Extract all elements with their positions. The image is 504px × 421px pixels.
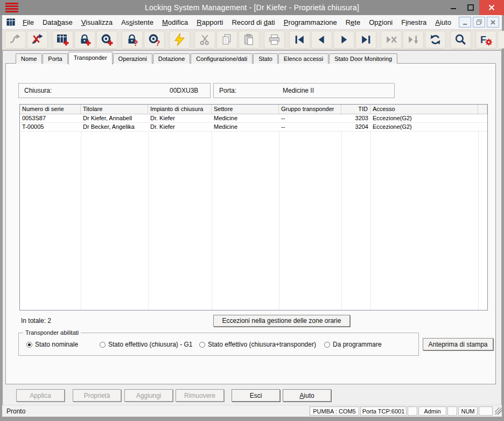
copy-button[interactable]	[216, 31, 237, 49]
column-header-impianto-di-chiusura[interactable]: Impianto di chiusura	[148, 105, 212, 114]
propriet-button[interactable]: Proprietà	[73, 389, 121, 402]
disconnect-button[interactable]	[27, 31, 48, 49]
menubar: FileDatabaseVisualizzaAssistenteModifica…	[2, 15, 502, 30]
print-button[interactable]	[264, 31, 285, 49]
column-header-accesso[interactable]: Accesso	[370, 105, 478, 114]
time-zone-exceptions-button[interactable]: Eccezioni nella gestione delle zone orar…	[213, 315, 350, 327]
menu-assistente[interactable]: Assistente	[117, 18, 158, 26]
menu-aiuto[interactable]: Aiuto	[431, 18, 456, 26]
radio-da-programmare[interactable]: Da programmare	[324, 341, 382, 348]
status-panel-empty	[479, 406, 493, 416]
grid-line	[148, 114, 149, 310]
radio-stato-nominale[interactable]: Stato nominale	[26, 341, 78, 348]
menu-visualizza[interactable]: Visualizza	[77, 18, 117, 26]
menu-programmazione[interactable]: Programmazione	[279, 18, 341, 26]
print-preview-button[interactable]: Anteprima di stampa	[423, 338, 493, 350]
menu-file[interactable]: File	[18, 18, 38, 26]
last-record-button[interactable]	[355, 31, 376, 49]
help-icon: ?	[501, 33, 504, 46]
cell-tid: 3203	[341, 114, 370, 122]
table-row[interactable]: 0053S87Dr Kiefer, AnnabellDr. KieferMedi…	[20, 114, 487, 123]
column-header-titolare[interactable]: Titolare	[81, 105, 148, 114]
tab-nome[interactable]: Nome	[16, 53, 42, 64]
cancel-record-icon	[384, 33, 398, 46]
menu-database[interactable]: Database	[38, 18, 77, 26]
column-header-settore[interactable]: Settore	[212, 105, 279, 114]
aggiungi-button[interactable]: Aggiungi	[124, 389, 173, 402]
tab-stato[interactable]: Stato	[253, 53, 278, 64]
paste-button[interactable]	[239, 31, 260, 49]
filter-settings-icon: F	[479, 33, 493, 46]
tab-configurazione-dati[interactable]: Configurazione/dati	[191, 53, 253, 64]
cell-extra	[478, 123, 487, 131]
menu-modifica[interactable]: Modifica	[158, 18, 192, 26]
tab-transponder[interactable]: Transponder	[68, 52, 113, 65]
grid-line	[478, 114, 479, 310]
mdi-close-button[interactable]	[487, 17, 499, 27]
search-button[interactable]	[450, 31, 471, 49]
tab-operazioni[interactable]: Operazioni	[113, 53, 152, 64]
new-lock-icon	[78, 33, 92, 46]
resize-grip[interactable]	[495, 408, 502, 415]
refresh-button[interactable]	[425, 31, 446, 49]
new-transponder-button[interactable]	[96, 31, 117, 49]
lock-label: Chiusura:	[24, 87, 52, 94]
minimize-button[interactable]	[445, 0, 462, 15]
cut-button[interactable]	[194, 31, 215, 49]
column-header-blank[interactable]	[478, 105, 487, 114]
radio-stato-effettivo-chiusura-transponder[interactable]: Stato effettivo (chiusura+transponder)	[199, 341, 316, 348]
radio-circle-icon[interactable]	[100, 342, 106, 348]
program-button[interactable]	[169, 31, 190, 49]
radio-circle-icon[interactable]	[26, 342, 32, 348]
cell-titolare: Dr Becker, Angelika	[81, 123, 148, 131]
cancel-record-button[interactable]	[381, 31, 402, 49]
read-transponder-button[interactable]: ?	[144, 31, 165, 49]
close-button[interactable]	[479, 0, 504, 15]
radio-circle-icon[interactable]	[199, 342, 205, 348]
first-record-button[interactable]	[289, 31, 310, 49]
tab-elenco-accessi[interactable]: Elenco accessi	[278, 53, 328, 64]
rimuovere-button[interactable]: Rimuovere	[176, 389, 224, 402]
mdi-document-icon[interactable]	[6, 18, 15, 26]
applica-button[interactable]: Applica	[16, 389, 65, 402]
menu-opzioni[interactable]: Opzioni	[365, 18, 397, 26]
redo-button[interactable]	[5, 31, 26, 49]
tab-stato-door-monitoring[interactable]: Stato Door Monitoring	[329, 53, 397, 64]
prev-record-button[interactable]	[311, 31, 332, 49]
column-header-numero-di-serie[interactable]: Numero di serie	[20, 105, 81, 114]
post-record-button[interactable]	[403, 31, 424, 49]
help-button[interactable]: ?	[498, 31, 504, 49]
read-lock-button[interactable]: ?	[122, 31, 143, 49]
new-locking-system-button[interactable]	[52, 31, 73, 49]
cell-impianto-di-chiusura: Dr. Kiefer	[148, 114, 212, 122]
column-header-gruppo-transponder[interactable]: Gruppo transponder	[279, 105, 341, 114]
client-area: NomePortaTransponderOperazioniDotazioneC…	[3, 51, 501, 405]
filter-settings-button[interactable]: F	[475, 31, 496, 49]
cell-numero-di-serie: T-00005	[20, 123, 81, 131]
status-panel-admin: Admin	[418, 406, 446, 416]
table-row[interactable]: T-00005Dr Becker, AngelikaDr. KieferMedi…	[20, 123, 487, 132]
radio-label: Da programmare	[333, 341, 382, 348]
menu-record-di-dati[interactable]: Record di dati	[227, 18, 279, 26]
program-icon	[173, 33, 186, 46]
new-lock-button[interactable]	[74, 31, 95, 49]
radio-stato-effettivo-chiusura-g1[interactable]: Stato effettivo (chiusura) - G1	[100, 341, 193, 348]
aiuto-button[interactable]: Aiuto	[283, 389, 331, 402]
paste-icon	[242, 33, 256, 46]
tab-dotazione[interactable]: Dotazione	[153, 53, 191, 64]
mdi-restore-button[interactable]	[473, 17, 485, 27]
redo-icon	[9, 33, 22, 46]
enabled-transponders-group: Transponder abilitati Stato nominaleStat…	[18, 333, 419, 356]
column-header-tid[interactable]: TID	[341, 105, 370, 114]
menu-finestra[interactable]: Finestra	[397, 18, 431, 26]
esci-button[interactable]: Esci	[232, 389, 280, 402]
maximize-button[interactable]	[462, 0, 479, 15]
radio-circle-icon[interactable]	[324, 342, 330, 348]
toolbar: ??F?	[2, 30, 502, 50]
next-record-button[interactable]	[333, 31, 354, 49]
tab-porta[interactable]: Porta	[43, 53, 67, 64]
mdi-minimize-button[interactable]	[459, 17, 471, 27]
menu-rete[interactable]: Rete	[341, 18, 365, 26]
menu-rapporti[interactable]: Rapporti	[192, 18, 227, 26]
svg-text:?: ?	[134, 39, 138, 46]
